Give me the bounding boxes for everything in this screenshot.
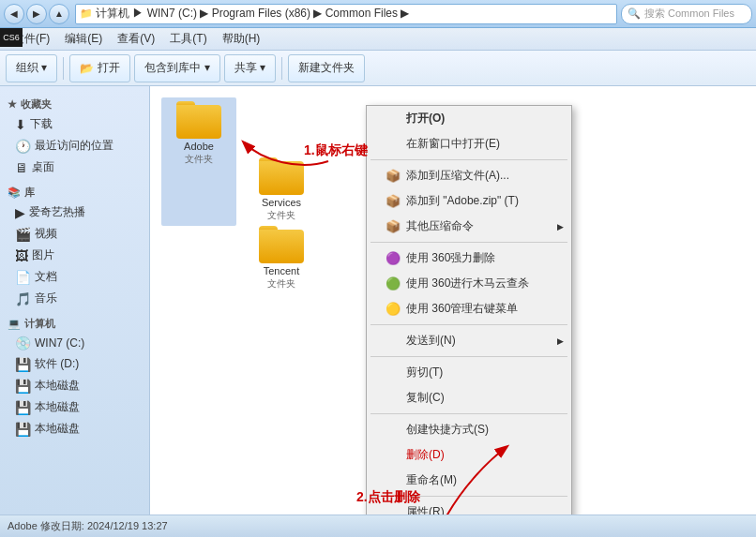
sidebar-computer-section: 💻 计算机 💿 WIN7 (C:) 💾 软件 (D:) 💾 本地磁盘 💾 本地磁…	[0, 313, 149, 440]
main-area: ★ 收藏夹 ⬇ 下载 🕐 最近访问的位置 🖥 桌面 📚 库 ▶	[0, 86, 756, 515]
sidebar-item-recent[interactable]: 🕐 最近访问的位置	[0, 135, 149, 157]
recent-icon: 🕐	[15, 139, 31, 154]
context-menu: 打开(O) 在新窗口中打开(E) 📦 添加到压缩文件(A)... 📦 添加到 "…	[366, 105, 572, 515]
pack-button[interactable]: 包含到库中 ▾	[134, 54, 219, 82]
ctx-copy-label: 复制(C)	[406, 390, 445, 406]
ctx-open-label: 打开(O)	[406, 111, 445, 127]
download-icon: ⬇	[15, 117, 26, 132]
ctx-sep-5	[370, 413, 567, 414]
sidebar-item-local-disk-1[interactable]: 💾 本地磁盘	[0, 375, 149, 396]
ctx-other-arrow: ▶	[557, 222, 564, 231]
services-folder-img	[259, 157, 304, 195]
library-icon: 📚	[8, 186, 21, 199]
ctx-rename[interactable]: 重命名(M)	[367, 468, 571, 493]
sidebar-item-music[interactable]: 🎵 音乐	[0, 288, 149, 309]
local-disk-3-icon: 💾	[15, 422, 31, 437]
ctx-sep-2	[370, 242, 567, 243]
cs6-badge: CS6	[0, 28, 23, 47]
ctx-delete[interactable]: 删除(D)	[367, 442, 571, 468]
sidebar-item-desktop[interactable]: 🖥 桌面	[0, 157, 149, 178]
sidebar-item-win7c[interactable]: 💿 WIN7 (C:)	[0, 333, 149, 353]
ctx-cut[interactable]: 剪切(T)	[367, 360, 571, 385]
sidebar-item-download[interactable]: ⬇ 下载	[0, 113, 149, 135]
sidebar: ★ 收藏夹 ⬇ 下载 🕐 最近访问的位置 🖥 桌面 📚 库 ▶	[0, 86, 150, 515]
menu-edit[interactable]: 编辑(E)	[57, 29, 110, 49]
ctx-sep-3	[370, 324, 567, 325]
sidebar-item-document[interactable]: 📄 文档	[0, 266, 149, 288]
ctx-properties[interactable]: 属性(R)	[367, 500, 571, 515]
tencent-label: Tencent	[264, 265, 300, 277]
sidebar-favorites-section: ★ 收藏夹 ⬇ 下载 🕐 最近访问的位置 🖥 桌面	[0, 94, 149, 178]
up-button[interactable]: ▲	[49, 4, 69, 24]
music-icon: 🎵	[15, 291, 31, 306]
ctx-zip-icon: 📦	[386, 169, 401, 183]
video-icon: 🎬	[15, 227, 31, 242]
folder-icon: 📁	[80, 7, 93, 20]
computer-icon: 💻	[8, 318, 21, 330]
menu-help[interactable]: 帮助(H)	[215, 29, 268, 49]
iqiyi-icon: ▶	[15, 205, 25, 220]
file-item-adobe[interactable]: Adobe 文件夹	[161, 97, 236, 226]
ctx-360-scan[interactable]: 🟢 使用 360进行木马云查杀	[367, 271, 571, 296]
ctx-add-adobe-zip[interactable]: 📦 添加到 "Adobe.zip" (T)	[367, 188, 571, 214]
file-item-services[interactable]: Services 文件夹	[244, 154, 319, 226]
ctx-create-shortcut[interactable]: 创建快捷方式(S)	[367, 417, 571, 442]
ctx-send-label: 发送到(N)	[406, 333, 456, 349]
adobe-label: Adobe	[184, 141, 214, 153]
ctx-other-compress-icon: 📦	[386, 219, 401, 233]
share-button[interactable]: 共享 ▾	[224, 54, 276, 82]
toolbar-separator-1	[63, 57, 64, 80]
address-bar[interactable]: 📁 计算机 ▶ WIN7 (C:) ▶ Program Files (x86) …	[75, 4, 617, 24]
toolbar: 组织 ▾ 📂 打开 包含到库中 ▾ 共享 ▾ 新建文件夹	[0, 51, 756, 86]
ctx-360-manage[interactable]: 🟡 使用 360管理右键菜单	[367, 296, 571, 321]
adobe-type: 文件夹	[185, 153, 213, 166]
ctx-other-compress-label: 其他压缩命令	[406, 218, 474, 234]
ctx-sep-1	[370, 159, 567, 160]
sidebar-item-picture[interactable]: 🖼 图片	[0, 245, 149, 266]
sidebar-library-title: 📚 库	[0, 182, 149, 201]
ctx-other-compress[interactable]: 📦 其他压缩命令 ▶	[367, 214, 571, 239]
file-list[interactable]: Adobe 文件夹 Services 文件夹 Tencen	[150, 86, 756, 515]
ctx-add-zip-label: 添加到压缩文件(A)...	[406, 168, 509, 184]
drive-c-icon: 💿	[15, 336, 31, 351]
ctx-open-new-label: 在新窗口中打开(E)	[406, 136, 500, 152]
sidebar-item-local-disk-3[interactable]: 💾 本地磁盘	[0, 418, 149, 440]
file-item-tencent[interactable]: Tencent 文件夹	[244, 222, 319, 294]
search-icon: 🔍	[627, 7, 641, 20]
ctx-sep-6	[370, 496, 567, 497]
menu-tools[interactable]: 工具(T)	[162, 29, 214, 49]
menu-view[interactable]: 查看(V)	[110, 29, 162, 49]
new-folder-button[interactable]: 新建文件夹	[288, 54, 365, 82]
forward-button[interactable]: ▶	[26, 4, 47, 24]
ctx-prop-label: 属性(R)	[406, 504, 445, 515]
ctx-cut-label: 剪切(T)	[406, 365, 443, 380]
share-label: 共享 ▾	[234, 60, 265, 76]
ctx-add-to-zip[interactable]: 📦 添加到压缩文件(A)...	[367, 163, 571, 188]
ctx-shortcut-label: 创建快捷方式(S)	[406, 422, 489, 438]
sidebar-item-drive-d[interactable]: 💾 软件 (D:)	[0, 353, 149, 375]
sidebar-item-iqiyi[interactable]: ▶ 爱奇艺热播	[0, 201, 149, 223]
organize-label: 组织 ▾	[16, 60, 47, 76]
ctx-360-manage-label: 使用 360管理右键菜单	[406, 301, 518, 317]
toolbar-separator-2	[281, 57, 282, 80]
ctx-open-new-window[interactable]: 在新窗口中打开(E)	[367, 131, 571, 157]
organize-button[interactable]: 组织 ▾	[6, 54, 57, 82]
search-box[interactable]: 🔍 搜索 Common Files	[621, 4, 752, 24]
back-button[interactable]: ◀	[4, 4, 24, 24]
ctx-open[interactable]: 打开(O)	[367, 106, 571, 131]
sidebar-item-video[interactable]: 🎬 视频	[0, 223, 149, 245]
ctx-copy[interactable]: 复制(C)	[367, 385, 571, 410]
ctx-360-delete[interactable]: 🟣 使用 360强力删除	[367, 246, 571, 271]
ctx-send-arrow: ▶	[557, 336, 564, 346]
picture-icon: 🖼	[15, 248, 28, 263]
new-folder-label: 新建文件夹	[298, 60, 355, 76]
tencent-folder-img	[259, 226, 304, 263]
search-placeholder: 搜索 Common Files	[644, 7, 734, 21]
sidebar-item-local-disk-2[interactable]: 💾 本地磁盘	[0, 396, 149, 418]
ctx-send-to[interactable]: 发送到(N) ▶	[367, 328, 571, 353]
ctx-sep-4	[370, 356, 567, 357]
services-type: 文件夹	[267, 209, 295, 222]
folder-body-3	[259, 230, 304, 263]
open-button[interactable]: 📂 打开	[69, 54, 130, 82]
folder-body	[176, 105, 221, 139]
